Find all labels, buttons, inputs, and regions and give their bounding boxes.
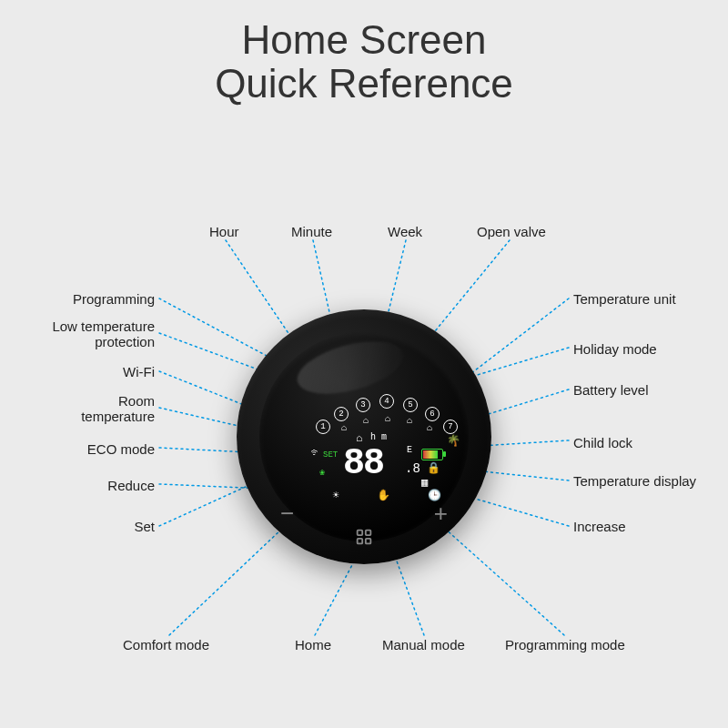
callout-open-valve: Open valve — [477, 224, 546, 239]
battery-icon — [421, 449, 443, 460]
temp-display-icon: ▦ — [421, 476, 428, 490]
holiday-icon: 🌴 — [447, 434, 460, 448]
temp-unit: E — [407, 445, 412, 455]
week-2: 2 — [334, 407, 349, 421]
callout-child-lock: Child lock — [573, 435, 632, 450]
callout-room-temp: Room temperature — [18, 393, 155, 424]
callout-holiday: Holiday mode — [573, 341, 657, 357]
week-6: 6 — [425, 407, 440, 421]
svg-rect-3 — [366, 539, 371, 544]
prog-slot-icon: ⌂ — [363, 416, 369, 426]
home-button[interactable] — [237, 527, 491, 550]
plus-button[interactable]: + — [434, 500, 448, 528]
minus-button[interactable]: − — [280, 500, 294, 528]
week-1: 1 — [316, 420, 330, 434]
callout-eco: ECO mode — [18, 441, 155, 457]
callout-home: Home — [295, 637, 331, 652]
callout-battery: Battery level — [573, 382, 649, 398]
callout-temp-unit: Temperature unit — [573, 291, 676, 307]
prog-slot-icon: ⌂ — [427, 423, 432, 433]
page-title: Home Screen Quick Reference — [0, 18, 728, 106]
thermostat-device: 1 2 3 4 5 6 7 ⌂ ⌂ ⌂ ⌂ ⌂ ⌂ h m ᯤ SET ❀ 88… — [237, 309, 491, 564]
prog-slot-icon: ⌂ — [407, 416, 412, 426]
week-5: 5 — [403, 398, 418, 412]
callout-comfort: Comfort mode — [123, 637, 209, 652]
svg-rect-2 — [358, 539, 363, 544]
callout-set: Set — [18, 519, 155, 534]
callout-week: Week — [388, 224, 422, 239]
week-3: 3 — [356, 398, 370, 412]
lock-icon: 🔒 — [427, 461, 440, 475]
wifi-icon: ᯤ — [310, 446, 321, 460]
lcd-display: 1 2 3 4 5 6 7 ⌂ ⌂ ⌂ ⌂ ⌂ ⌂ h m ᯤ SET ❀ 88… — [314, 396, 414, 450]
hm-label: h m — [370, 432, 387, 442]
set-label: SET — [323, 450, 338, 460]
title-line-2: Quick Reference — [0, 62, 728, 106]
callout-increase: Increase — [573, 519, 626, 534]
main-temp: 88 — [343, 443, 383, 484]
temp-decimal: .8 — [405, 461, 420, 476]
callout-manual: Manual mode — [382, 637, 465, 652]
callout-prog-mode: Programming mode — [505, 637, 625, 652]
callout-low-temp: Low temperature protection — [18, 318, 155, 349]
eco-icon: ❀ — [319, 467, 325, 478]
callout-wifi: Wi-Fi — [18, 364, 155, 379]
callout-programming: Programming — [18, 291, 155, 307]
svg-rect-1 — [366, 531, 371, 536]
prog-slot-icon: ⌂ — [341, 423, 347, 433]
callout-minute: Minute — [291, 224, 332, 239]
svg-rect-0 — [358, 531, 363, 536]
callout-reduce: Reduce — [18, 478, 155, 493]
week-7: 7 — [443, 420, 458, 434]
prog-slot-icon: ⌂ — [385, 414, 390, 424]
callout-hour: Hour — [209, 224, 239, 239]
callout-temp-display: Temperature display — [573, 473, 696, 489]
title-line-1: Home Screen — [0, 18, 728, 62]
week-4: 4 — [379, 394, 394, 409]
